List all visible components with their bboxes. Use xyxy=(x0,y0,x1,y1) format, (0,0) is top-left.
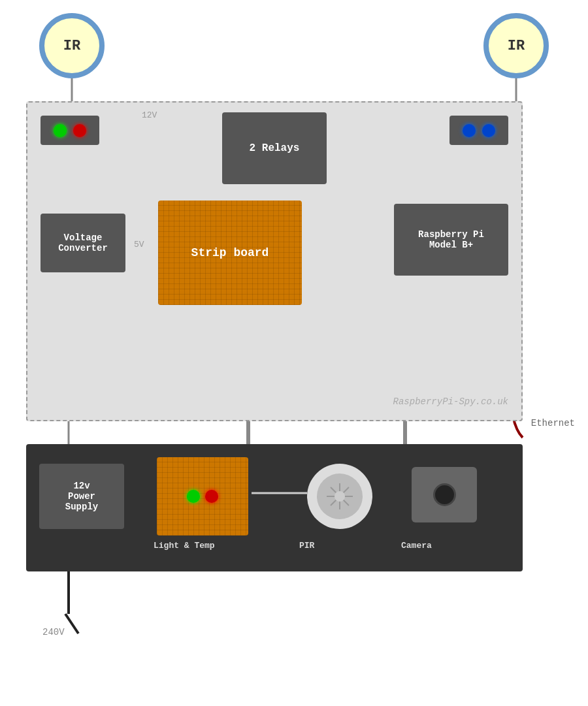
led-panel-right xyxy=(449,116,508,145)
ir-right-label: IR xyxy=(508,38,525,54)
camera-box xyxy=(412,467,477,522)
diagram-container: IR IR 2 Relays 12V VoltageConverter 5V xyxy=(0,0,588,706)
strip-board: Strip board xyxy=(158,201,302,305)
rpi-label: Raspberry PiModel B+ xyxy=(418,229,484,250)
pir-label: PIR xyxy=(299,541,314,551)
watermark: RaspberryPi-Spy.co.uk xyxy=(393,396,508,407)
rpi-box: Raspberry PiModel B+ xyxy=(394,204,508,276)
svg-line-12 xyxy=(65,614,78,634)
light-temp-leds xyxy=(187,490,218,503)
led-panel-left xyxy=(41,116,99,145)
pir-sensor xyxy=(307,464,372,529)
label-240v: 240V xyxy=(42,627,65,637)
pir-inner xyxy=(317,473,363,519)
led-red-1 xyxy=(73,124,86,137)
ir-sensor-left: IR xyxy=(39,13,105,78)
power-supply: 12vPowerSupply xyxy=(39,464,124,529)
led-blue-2 xyxy=(482,124,495,137)
voltage-converter: VoltageConverter xyxy=(41,214,125,272)
led-green-2 xyxy=(187,490,200,503)
camera-lens xyxy=(433,483,456,506)
relays-box: 2 Relays xyxy=(222,112,327,184)
camera-label: Camera xyxy=(401,541,432,551)
light-temp-board xyxy=(157,457,248,536)
strip-board-label: Strip board xyxy=(191,246,269,259)
led-green-1 xyxy=(54,124,67,137)
led-blue-1 xyxy=(463,124,476,137)
power-supply-label: 12vPowerSupply xyxy=(65,481,98,512)
relays-label: 2 Relays xyxy=(250,142,300,154)
label-5v: 5V xyxy=(134,240,144,249)
svg-point-17 xyxy=(335,491,345,502)
voltage-converter-label: VoltageConverter xyxy=(58,233,108,253)
bottom-bar: 12vPowerSupply Light & Temp xyxy=(26,444,523,571)
ir-left-label: IR xyxy=(63,38,80,54)
pir-spokes-svg xyxy=(323,480,356,513)
label-12v: 12V xyxy=(142,110,157,120)
ir-sensor-right: IR xyxy=(483,13,549,78)
ethernet-label: Ethernet xyxy=(531,418,575,428)
main-enclosure: 2 Relays 12V VoltageConverter 5V Strip b… xyxy=(26,101,523,421)
led-red-2 xyxy=(205,490,218,503)
light-temp-label: Light & Temp xyxy=(154,541,215,551)
